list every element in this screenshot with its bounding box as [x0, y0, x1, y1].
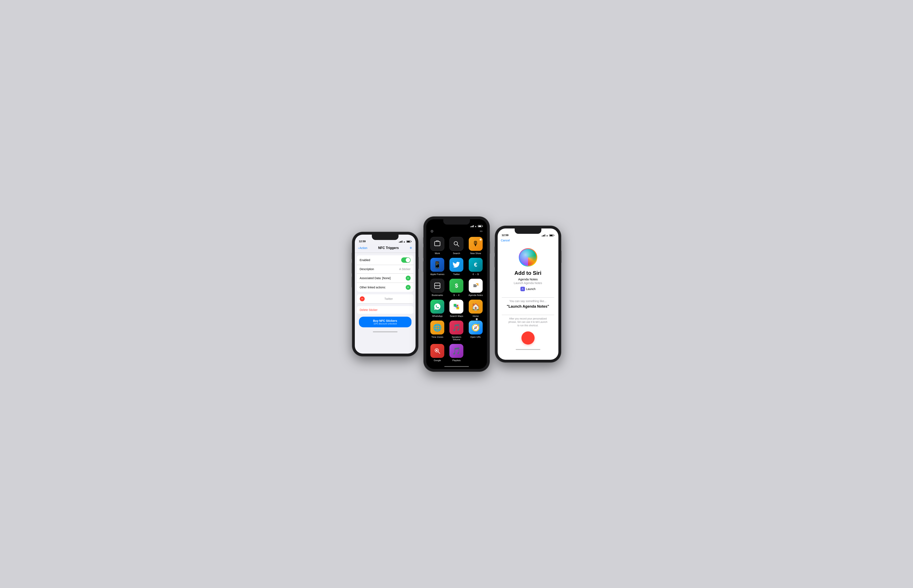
shortcut-euro[interactable]: € € → $ — [468, 258, 484, 275]
nfc-indicator: ◉ — [476, 317, 478, 321]
bookmarks-label: Bookmarks — [432, 294, 443, 296]
shortcut-twitter[interactable]: Twitter — [448, 258, 465, 275]
playlists-icon: 🎵 — [449, 344, 463, 358]
google-label: Google — [434, 359, 441, 362]
dollar-label: $ → € — [453, 294, 460, 296]
twitter-label: Twitter — [367, 297, 411, 300]
shortcut-home[interactable]: 🏠 Home — [468, 300, 484, 317]
home-label: Home — [473, 315, 479, 317]
siri-orb — [519, 248, 537, 267]
svg-rect-0 — [435, 241, 440, 246]
searchmaps-label: Search Maps — [450, 315, 463, 317]
shortcut-openurl[interactable]: ◉ 🧭 Open URL — [468, 321, 484, 341]
siri-record-button[interactable] — [521, 331, 534, 344]
siri-launch-icon: A — [520, 287, 525, 291]
nav-bar-1: ‹ Action NFC Triggers + — [355, 244, 416, 253]
shortcut-work[interactable]: Work — [429, 237, 445, 255]
associated-add-button[interactable]: + — [406, 276, 411, 281]
svg-rect-6 — [473, 284, 476, 285]
enabled-toggle[interactable] — [401, 257, 411, 263]
twitter-row: − Twitter — [357, 294, 413, 304]
settings-group-main: Enabled Description A Sticker Associated… — [357, 255, 413, 292]
wifi-icon-2: ▲ — [475, 225, 477, 228]
notch — [372, 234, 398, 240]
notch-3 — [515, 228, 541, 234]
shortcut-appleframes[interactable]: 📱 Apple Frames — [429, 258, 445, 275]
page-title: NFC Triggers — [378, 246, 399, 250]
shortcut-dollar[interactable]: $ $ → € — [448, 279, 465, 296]
shortcut-whatsapp[interactable]: WhatsApp — [429, 300, 445, 317]
work-label: Work — [435, 252, 440, 255]
twitter-group: − Twitter — [357, 294, 413, 304]
description-row: Description A Sticker — [357, 265, 413, 274]
shortcut-playlists[interactable]: 🎵 Playlists — [448, 344, 465, 362]
wifi-icon: ▲ — [403, 241, 406, 243]
other-actions-row[interactable]: Other linked actions: + — [357, 283, 413, 292]
shortcut-speakers[interactable]: 🎵 Speakers Volume — [448, 321, 465, 341]
playlists-label: Playlists — [452, 359, 460, 362]
openurl-icon: 🧭 — [469, 321, 482, 334]
home-bar-2 — [426, 365, 487, 369]
appleframes-label: Apple Frames — [431, 273, 444, 275]
search-icon — [449, 237, 463, 251]
siri-content: Add to Siri Agenda Notes Launch Agenda N… — [498, 244, 558, 348]
signal-icon — [399, 241, 402, 242]
status-icons-3: ▲ — [542, 234, 554, 237]
edit-icon[interactable]: ✏ — [480, 229, 483, 234]
appleframes-icon: 📱 — [431, 258, 444, 272]
delete-label[interactable]: Delete Sticker — [360, 308, 377, 312]
shortcut-searchmaps[interactable]: Search Maps — [448, 300, 465, 317]
whatsapp-icon — [431, 300, 444, 313]
buy-nfc-button[interactable]: Buy NFC Stickers 10% discount unlocked — [359, 317, 411, 327]
phone-shortcuts: ▲ ⚙ ✏ Work — [424, 217, 489, 372]
siri-launch-row: A Launch — [520, 287, 536, 291]
newshow-label: New Show — [470, 252, 481, 255]
siri-title: Add to Siri — [515, 270, 541, 276]
svg-rect-8 — [473, 286, 476, 287]
add-button[interactable]: + — [410, 245, 412, 250]
siri-launch-label: Launch — [526, 288, 536, 291]
back-button[interactable]: ‹ Action — [358, 246, 367, 250]
newshow-icon: 🎙 ◉ — [469, 237, 482, 251]
other-add-button[interactable]: + — [406, 285, 411, 290]
google-icon — [431, 344, 444, 358]
twitter-icon — [449, 258, 463, 272]
shortcut-search[interactable]: Search — [448, 237, 465, 255]
agenda-label: Agenda Notes — [468, 294, 483, 296]
siri-info-text: After you record your personalized phras… — [502, 317, 554, 327]
shortcuts-header: ⚙ ✏ — [426, 228, 487, 236]
searchmaps-icon — [449, 300, 463, 313]
wifi-icon-3: ▲ — [546, 234, 548, 237]
nfc-icon: ◉ — [479, 238, 482, 240]
shortcut-newshow[interactable]: 🎙 ◉ New Show — [468, 237, 484, 255]
shortcut-google[interactable]: Google — [429, 344, 445, 362]
siri-phrase: "Launch Agenda Notes" — [507, 304, 549, 309]
search-label: Search — [453, 252, 460, 255]
phone-nfc-triggers: 12:59 ▲ ‹ Action NFC Trig — [352, 232, 418, 356]
shortcut-timezones[interactable]: 🌐 Time Zones — [429, 321, 445, 341]
battery-icon-2 — [478, 225, 483, 227]
status-icons-2: ▲ — [470, 225, 482, 228]
home-icon: 🏠 — [469, 300, 482, 313]
other-label: Other linked actions: — [360, 286, 406, 289]
twitter-grid-label: Twitter — [453, 273, 460, 275]
associated-label: Associated Data: [None] — [360, 276, 406, 280]
delete-row[interactable]: Delete Sticker — [357, 306, 413, 314]
home-bar-3 — [498, 348, 558, 352]
status-time-3: 12:59 — [502, 234, 508, 237]
siri-say-text: You can say something like... — [505, 299, 550, 303]
associated-data-row[interactable]: Associated Data: [None] + — [357, 274, 413, 283]
twitter-remove-button[interactable]: − — [360, 296, 365, 301]
description-label: Description — [360, 267, 399, 271]
settings-icon[interactable]: ⚙ — [431, 229, 434, 234]
status-time-1: 12:59 — [359, 240, 366, 243]
shortcut-agenda[interactable]: Agenda Notes — [468, 279, 484, 296]
agenda-icon — [469, 279, 482, 293]
description-value: A Sticker — [399, 267, 410, 271]
buy-btn-sub-text: 10% discount unlocked — [362, 322, 408, 325]
shortcut-bookmarks[interactable]: Bookmarks — [429, 279, 445, 296]
battery-icon-3 — [549, 234, 554, 236]
chevron-left-icon: ‹ — [358, 246, 359, 250]
dollar-icon: $ — [449, 279, 463, 293]
cancel-button[interactable]: Cancel — [501, 239, 510, 242]
